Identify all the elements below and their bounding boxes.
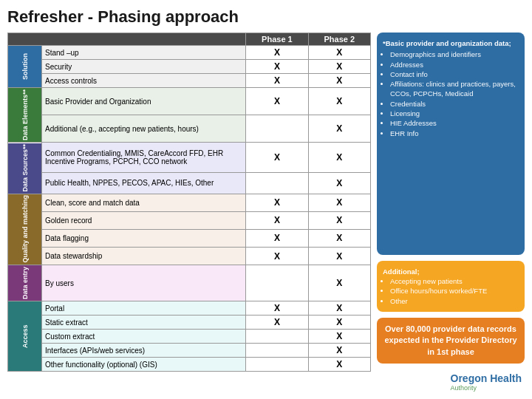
- category-cell: Data Elements**: [8, 88, 42, 143]
- phase1-cell: [246, 172, 308, 194]
- item-cell: By users: [42, 265, 246, 301]
- blue-panel-item: EHR Info: [390, 129, 519, 138]
- logo-area: Oregon Health Authority: [377, 369, 525, 395]
- item-cell: Additional (e.g., accepting new patients…: [42, 115, 246, 143]
- phase1-cell: X: [246, 143, 308, 173]
- phase1-header: Phase 1: [246, 33, 308, 46]
- table-row: Custom extractX: [8, 330, 371, 344]
- panel-yellow: Additional; Accepting new patientsOffice…: [377, 261, 525, 312]
- blue-panel-item: Credentials: [390, 99, 519, 109]
- phase1-cell: X: [246, 211, 308, 229]
- phase2-cell: X: [308, 211, 370, 229]
- table-row: Interfaces (APIs/web services)X: [8, 344, 371, 358]
- category-cell: Data entry: [8, 265, 42, 301]
- item-cell: Clean, score and match data: [42, 194, 246, 211]
- phase1-cell: X: [246, 247, 308, 265]
- side-panel: *Basic provider and organization data; D…: [377, 33, 525, 395]
- phase1-cell: X: [246, 316, 308, 330]
- item-cell: Basic Provider and Organization: [42, 88, 246, 115]
- main-layout: Phase 1 Phase 2 SolutionStand –upXXSecur…: [7, 33, 525, 395]
- blue-panel-item: Demographics and identifiers: [390, 50, 519, 59]
- phase2-cell: X: [308, 74, 370, 88]
- yellow-panel-item: Other: [390, 296, 519, 306]
- phase1-cell: X: [246, 194, 308, 211]
- table-row: Access controlsXX: [8, 74, 371, 88]
- item-cell: Custom extract: [42, 330, 246, 344]
- table-row: Data flaggingXX: [8, 229, 371, 247]
- panel-orange: Over 80,000 provider data records expect…: [377, 318, 525, 364]
- phase2-cell: X: [308, 229, 370, 247]
- category-cell: Quality and matching: [8, 194, 42, 265]
- item-cell: Portal: [42, 301, 246, 316]
- phase1-cell: [246, 265, 308, 301]
- item-cell: Data stewardship: [42, 247, 246, 265]
- blue-panel-item: Licensing: [390, 109, 519, 118]
- table-row: AccessPortalXX: [8, 301, 371, 316]
- item-cell: Common Credentialing, MMIS, CareAccord F…: [42, 143, 246, 173]
- item-cell: Data flagging: [42, 229, 246, 247]
- panel-blue: *Basic provider and organization data; D…: [377, 33, 525, 255]
- table-row: SecurityXX: [8, 60, 371, 74]
- phase1-cell: [246, 115, 308, 143]
- category-cell: Access: [8, 301, 42, 372]
- phase1-cell: X: [246, 46, 308, 60]
- item-cell: Other functionality (optional) (GIS): [42, 358, 246, 372]
- table-row: Quality and matchingClean, score and mat…: [8, 194, 371, 211]
- phase2-cell: X: [308, 194, 370, 211]
- page-title: Refresher - Phasing approach: [7, 7, 525, 27]
- phase2-cell: X: [308, 115, 370, 143]
- table-row: Data entryBy usersX: [8, 265, 371, 301]
- item-cell: Static extract: [42, 316, 246, 330]
- table-row: Data Elements**Basic Provider and Organi…: [8, 88, 371, 115]
- phase2-cell: X: [308, 143, 370, 173]
- phase2-cell: X: [308, 265, 370, 301]
- table-container: Phase 1 Phase 2 SolutionStand –upXXSecur…: [7, 33, 371, 395]
- category-cell: Solution: [8, 46, 42, 88]
- phase1-cell: X: [246, 88, 308, 115]
- phase2-cell: X: [308, 344, 370, 358]
- blue-panel-item: Contact info: [390, 69, 519, 79]
- table-row: Other functionality (optional) (GIS)X: [8, 358, 371, 372]
- phase2-cell: X: [308, 358, 370, 372]
- phase1-cell: X: [246, 74, 308, 88]
- phase2-cell: X: [308, 316, 370, 330]
- orange-panel-text: Over 80,000 provider data records expect…: [383, 324, 519, 358]
- phase1-cell: [246, 358, 308, 372]
- yellow-panel-title: Additional;: [383, 267, 519, 276]
- item-cell: Golden record: [42, 211, 246, 229]
- phase1-cell: [246, 344, 308, 358]
- category-cell: Data Sources**: [8, 143, 42, 194]
- phase2-cell: X: [308, 330, 370, 344]
- phase1-cell: X: [246, 60, 308, 74]
- phase2-cell: X: [308, 247, 370, 265]
- item-cell: Public Health, NPPES, PECOS, APAC, HIEs,…: [42, 172, 246, 194]
- item-cell: Interfaces (APIs/web services): [42, 344, 246, 358]
- table-row: Static extractXX: [8, 316, 371, 330]
- table-row: Golden recordXX: [8, 211, 371, 229]
- blue-panel-title: *Basic provider and organization data;: [383, 38, 519, 48]
- table-row: SolutionStand –upXX: [8, 46, 371, 60]
- blue-panel-item: Addresses: [390, 60, 519, 69]
- table-row: Data Sources**Common Credentialing, MMIS…: [8, 143, 371, 173]
- table-row: Data stewardshipXX: [8, 247, 371, 265]
- phase2-cell: X: [308, 301, 370, 316]
- blue-panel-item: HIE Addresses: [390, 118, 519, 128]
- table-row: Public Health, NPPES, PECOS, APAC, HIEs,…: [8, 172, 371, 194]
- logo-line1: Oregon Health: [451, 372, 522, 384]
- table-row: Additional (e.g., accepting new patients…: [8, 115, 371, 143]
- phase1-cell: X: [246, 229, 308, 247]
- yellow-panel-item: Accepting new patients: [390, 276, 519, 286]
- item-cell: Security: [42, 60, 246, 74]
- phase2-cell: X: [308, 46, 370, 60]
- phase2-cell: X: [308, 88, 370, 115]
- item-cell: Stand –up: [42, 46, 246, 60]
- page: Refresher - Phasing approach Phase 1 Pha…: [0, 0, 532, 399]
- main-table: Phase 1 Phase 2 SolutionStand –upXXSecur…: [7, 33, 371, 372]
- item-cell: Access controls: [42, 74, 246, 88]
- logo-line2: Authority: [451, 384, 522, 392]
- phase1-cell: [246, 330, 308, 344]
- phase2-cell: X: [308, 60, 370, 74]
- phase2-cell: X: [308, 172, 370, 194]
- blue-panel-item: Affiliations: clinics and practices, pay…: [390, 79, 519, 99]
- phase1-cell: X: [246, 301, 308, 316]
